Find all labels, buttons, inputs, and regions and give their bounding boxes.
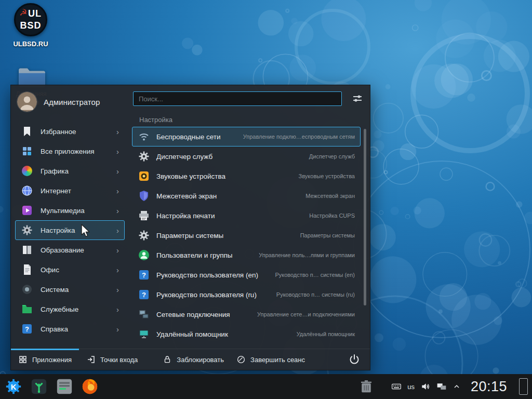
submenu-arrow: › bbox=[116, 265, 119, 274]
launcher-footer: Приложения Точки входа Заблокировать Зав… bbox=[11, 349, 370, 370]
keyboard-indicator-icon[interactable] bbox=[391, 381, 402, 392]
firewall-icon bbox=[138, 190, 150, 202]
logo-caption: ULBSD.RU bbox=[11, 40, 50, 48]
app-row-remote[interactable]: Удалённый помощник Удалённый помощник bbox=[132, 324, 361, 344]
app-row-users[interactable]: Пользователи и группы Управление поль…ля… bbox=[132, 245, 361, 265]
submenu-arrow: › bbox=[116, 305, 119, 314]
power-icon[interactable] bbox=[348, 353, 361, 366]
sidebar-item-internet[interactable]: Интернет › bbox=[15, 181, 125, 201]
trash-icon[interactable] bbox=[358, 379, 374, 394]
logo-text-ul: UL bbox=[28, 8, 42, 19]
internet-icon bbox=[21, 184, 33, 197]
settings-icon bbox=[21, 224, 33, 236]
ulbsd-logo-badge: ☭ UL BSD bbox=[14, 3, 47, 36]
office-icon bbox=[21, 263, 33, 276]
search-row bbox=[133, 91, 342, 106]
help-icon: ? bbox=[21, 323, 33, 335]
multimedia-icon bbox=[21, 204, 33, 217]
volume-icon[interactable] bbox=[420, 381, 431, 392]
svg-text:?: ? bbox=[142, 291, 146, 299]
tab-places[interactable]: Точки входа bbox=[79, 349, 145, 370]
education-icon bbox=[21, 244, 33, 256]
remote-icon bbox=[138, 328, 150, 340]
grid-icon bbox=[18, 355, 28, 364]
taskbar: K us 20:15 bbox=[0, 374, 532, 399]
tray-expander-icon[interactable] bbox=[453, 382, 461, 391]
logo-text-bsd: BSD bbox=[16, 20, 46, 31]
show-desktop-button[interactable] bbox=[519, 378, 528, 395]
network-icon bbox=[138, 308, 150, 321]
users-icon bbox=[138, 249, 150, 261]
login-arrow-icon bbox=[86, 355, 96, 364]
logout-button[interactable]: Завершить сеанс bbox=[230, 355, 311, 364]
lock-button[interactable]: Заблокировать bbox=[156, 355, 230, 364]
submenu-arrow: › bbox=[116, 167, 119, 176]
file-manager-icon[interactable] bbox=[56, 378, 73, 395]
lock-label: Заблокировать bbox=[177, 356, 224, 364]
app-row-firewall[interactable]: Межсетевой экран Межсетевой экран bbox=[132, 186, 361, 206]
sidebar-item-settings[interactable]: Настройка › bbox=[15, 220, 125, 240]
all-apps-icon bbox=[21, 145, 33, 157]
app-row-sysgear[interactable]: Параметры системы Параметры системы bbox=[132, 225, 361, 245]
sidebar-item-system[interactable]: Система › bbox=[15, 280, 125, 299]
launcher-panel: Настройка Беспроводные сети Управление п… bbox=[128, 85, 370, 349]
end-session-icon bbox=[236, 355, 246, 364]
graphics-icon bbox=[21, 165, 33, 177]
app-row-wifi[interactable]: Беспроводные сети Управление подклю…еспр… bbox=[132, 127, 361, 147]
filter-options-icon[interactable] bbox=[351, 92, 364, 105]
hammer-sickle-icon: ☭ bbox=[19, 8, 27, 17]
taskbar-launchers: K bbox=[0, 378, 99, 395]
submenu-arrow: › bbox=[116, 226, 119, 235]
search-input[interactable] bbox=[133, 91, 342, 106]
application-launcher: Администратор Избранное › Все приложения… bbox=[10, 85, 370, 370]
app-row-help-ru[interactable]: ? Руководство пользователя (ru) Руководс… bbox=[132, 285, 361, 304]
sidebar-item-multimedia[interactable]: Мультимедиа › bbox=[15, 201, 125, 220]
system-icon bbox=[21, 283, 33, 296]
submenu-arrow: › bbox=[116, 127, 119, 136]
submenu-arrow: › bbox=[116, 147, 119, 156]
lock-icon bbox=[163, 355, 172, 364]
svg-text:?: ? bbox=[142, 271, 146, 279]
network-icon[interactable] bbox=[436, 381, 447, 392]
firefox-icon[interactable] bbox=[81, 378, 99, 395]
logout-label: Завершить сеанс bbox=[250, 356, 305, 364]
submenu-arrow: › bbox=[116, 206, 119, 215]
app-row-services[interactable]: Диспетчер служб Диспетчер служб bbox=[132, 147, 361, 166]
sysgear-icon bbox=[138, 229, 150, 242]
sidebar-item-education[interactable]: Образование › bbox=[15, 240, 125, 260]
system-tray: us 20:15 bbox=[358, 378, 532, 395]
svg-text:K: K bbox=[11, 383, 17, 391]
category-list: Избранное › Все приложения › Графика › И… bbox=[15, 122, 125, 339]
sidebar-item-all-apps[interactable]: Все приложения › bbox=[15, 141, 125, 161]
submenu-arrow: › bbox=[116, 246, 119, 255]
utility-app-icon[interactable] bbox=[30, 378, 48, 395]
user-row[interactable]: Администратор bbox=[17, 90, 100, 113]
sidebar-item-help[interactable]: ? Справка › bbox=[15, 319, 125, 339]
launcher-sidebar: Администратор Избранное › Все приложения… bbox=[11, 85, 128, 349]
clock[interactable]: 20:15 bbox=[467, 379, 511, 395]
utilities-icon bbox=[21, 303, 33, 315]
app-row-audio[interactable]: Звуковые устройства Звуковые устройства bbox=[132, 166, 361, 186]
app-row-printer[interactable]: Настройка печати Настройка CUPS bbox=[132, 206, 361, 225]
audio-icon bbox=[138, 170, 150, 182]
sidebar-item-utilities[interactable]: Служебные › bbox=[15, 299, 125, 319]
app-list-scrollbar[interactable] bbox=[364, 129, 366, 305]
keyboard-layout-label[interactable]: us bbox=[407, 383, 415, 391]
submenu-arrow: › bbox=[116, 285, 119, 294]
bookmark-icon bbox=[21, 125, 33, 138]
help-en-icon: ? bbox=[138, 269, 150, 281]
printer-icon bbox=[138, 209, 150, 222]
sidebar-item-office[interactable]: Офис › bbox=[15, 260, 125, 280]
sidebar-item-bookmark[interactable]: Избранное › bbox=[15, 122, 125, 141]
tab-applications-label: Приложения bbox=[32, 356, 72, 364]
sidebar-item-graphics[interactable]: Графика › bbox=[15, 161, 125, 181]
section-header: Настройка bbox=[139, 116, 172, 124]
user-name: Администратор bbox=[44, 98, 100, 107]
user-avatar bbox=[17, 92, 37, 112]
app-menu-icon[interactable]: K bbox=[5, 378, 22, 395]
tab-applications[interactable]: Приложения bbox=[11, 349, 79, 370]
app-row-network[interactable]: Сетевые подключения Управление сете…и по… bbox=[132, 304, 361, 324]
submenu-arrow: › bbox=[116, 187, 119, 195]
wifi-icon bbox=[138, 130, 150, 143]
app-row-help-en[interactable]: ? Руководство пользователя (en) Руководс… bbox=[132, 265, 361, 285]
